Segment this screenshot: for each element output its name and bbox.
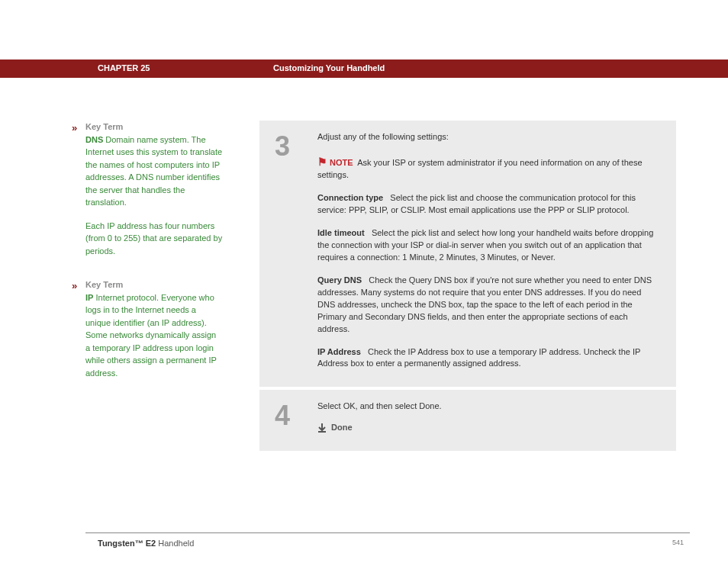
setting-text: Check the Query DNS box if you're not su… (317, 275, 652, 333)
keyterm-extra: Each IP address has four numbers (from 0… (85, 220, 223, 258)
chevron-icon: » (72, 278, 76, 294)
keyterm-term: DNS (85, 135, 103, 144)
keyterm-label: Key Term (85, 280, 123, 289)
setting-name: Query DNS (317, 275, 362, 285)
keyterm-block: » Key Term DNS Domain name system. The I… (85, 121, 223, 257)
keyterm-label: Key Term (85, 122, 123, 131)
page-number: 541 (672, 539, 684, 546)
setting-text: Select the pick list and select how long… (317, 228, 653, 262)
footer-product: Tungsten™ E2 Handheld (98, 539, 194, 548)
setting-name: Connection type (317, 193, 383, 202)
step-intro: Select OK, and then select Done. (317, 401, 661, 413)
note-text: Ask your ISP or system administrator if … (317, 158, 643, 179)
note-row: ⚑ NOTE Ask your ISP or system administra… (317, 154, 661, 182)
keyterm-term: IP (85, 293, 93, 302)
done-row: Done (317, 422, 661, 434)
keyterm-def: Internet protocol. Everyone who logs in … (85, 293, 217, 378)
step-row: 4 Select OK, and then select Done. Done (259, 390, 676, 451)
flag-icon: ⚑ (317, 156, 327, 168)
step-row: 3 Adjust any of the following settings: … (259, 121, 676, 387)
steps-container: 3 Adjust any of the following settings: … (259, 121, 676, 451)
step-body: Adjust any of the following settings: ⚑ … (317, 131, 661, 370)
header-bar: CHAPTER 25 Customizing Your Handheld (0, 60, 728, 78)
keyterm-def: Domain name system. The Internet uses th… (85, 135, 222, 208)
step-number: 3 (275, 131, 317, 370)
footer-product-bold: Tungsten™ E2 (98, 539, 156, 548)
footer-divider (85, 532, 690, 533)
sidebar: » Key Term DNS Domain name system. The I… (85, 121, 223, 401)
setting-item: Idle timeout Select the pick list and se… (317, 227, 661, 264)
step-body: Select OK, and then select Done. Done (317, 401, 661, 434)
chapter-label: CHAPTER 25 (98, 63, 150, 72)
keyterm-block: » Key Term IP Internet protocol. Everyon… (85, 278, 223, 379)
footer-product-rest: Handheld (156, 539, 194, 548)
setting-name: IP Address (317, 347, 361, 356)
setting-item: IP Address Check the IP Address box to u… (317, 346, 661, 371)
done-label: Done (331, 422, 353, 434)
setting-name: Idle timeout (317, 228, 365, 237)
step-number: 4 (275, 401, 317, 434)
down-arrow-icon (317, 423, 327, 433)
setting-text: Check the IP Address box to use a tempor… (317, 347, 640, 368)
step-intro: Adjust any of the following settings: (317, 131, 661, 143)
setting-item: Connection type Select the pick list and… (317, 192, 661, 217)
chapter-title: Customizing Your Handheld (273, 63, 385, 72)
note-label: NOTE (330, 158, 353, 167)
setting-item: Query DNS Check the Query DNS box if you… (317, 275, 661, 336)
chevron-icon: » (72, 121, 76, 136)
